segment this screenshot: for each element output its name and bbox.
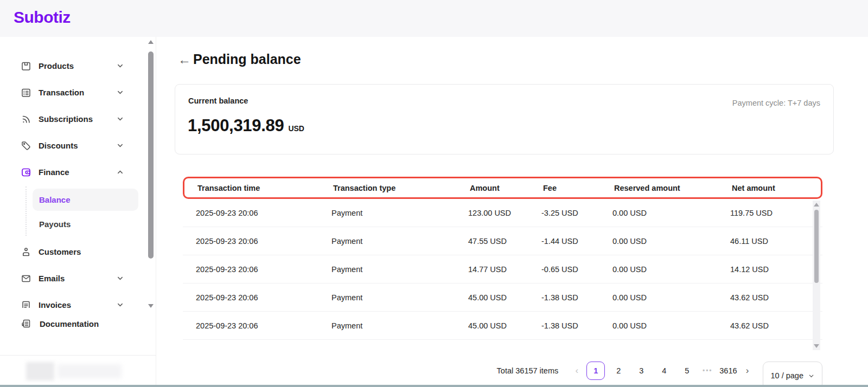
sidebar-item-emails[interactable]: Emails (0, 265, 148, 292)
table-cell: 2025-09-23 20:06 (183, 265, 318, 274)
pagination-pages: 12345•••3616 (584, 362, 739, 380)
person-icon (21, 247, 31, 257)
table-row: 2025-09-23 20:06Payment123.00 USD-3.25 U… (183, 199, 822, 227)
pagination-page-4[interactable]: 4 (655, 362, 673, 380)
chevron-down-icon (117, 62, 124, 69)
table-cell: 43.62 USD (717, 293, 822, 302)
table-cell: 2025-09-23 20:06 (183, 209, 318, 217)
chevron-down-icon (117, 115, 124, 122)
table-cell: Payment (318, 321, 455, 330)
table-cell: -1.38 USD (528, 321, 599, 330)
table-cell: 43.62 USD (717, 321, 822, 330)
table-cell: -3.25 USD (528, 209, 599, 217)
sidebar-item-subscriptions[interactable]: Subscriptions (0, 106, 148, 132)
table-row: 2025-09-23 20:06Payment47.55 USD-1.44 US… (183, 227, 822, 255)
sidebar-subitem-balance[interactable]: Balance (33, 189, 138, 211)
sidebar-scrollbar-thumb[interactable] (148, 51, 154, 259)
sidebar-subitem-label: Payouts (39, 220, 71, 229)
app-root: Subotiz Products Tran (0, 0, 868, 387)
sidebar-item-customers[interactable]: Customers (0, 238, 148, 265)
sidebar-subitem-label: Balance (39, 195, 71, 204)
table-cell: 2025-09-23 20:06 (183, 293, 318, 302)
table-cell: 46.11 USD (717, 237, 822, 246)
sidebar-subitem-payouts[interactable]: Payouts (0, 211, 148, 237)
user-name-redacted (58, 364, 122, 378)
scroll-down-icon[interactable] (814, 344, 819, 348)
table-scrollbar[interactable] (813, 201, 820, 350)
chevron-up-icon (117, 169, 124, 176)
sidebar-item-label: Customers (39, 247, 81, 256)
transactions-table: Transaction timeTransaction typeAmountFe… (183, 177, 822, 340)
sidebar-item-label: Finance (39, 167, 69, 177)
pagination-page-3616[interactable]: 3616 (719, 362, 737, 380)
pagination-page-5[interactable]: 5 (678, 362, 696, 380)
sidebar-item-finance[interactable]: Finance (0, 159, 148, 185)
pagination-ellipsis: ••• (698, 367, 717, 375)
table-cell: 2025-09-23 20:06 (183, 237, 318, 246)
balance-amount-row: 1,500,319.89 USD (188, 116, 304, 136)
scroll-down-icon[interactable] (148, 304, 154, 308)
sidebar-item-label: Invoices (39, 300, 71, 308)
table-cell: -1.44 USD (528, 237, 599, 246)
table-scrollbar-thumb[interactable] (814, 210, 819, 283)
table-cell: 123.00 USD (455, 209, 528, 217)
table-cell: 0.00 USD (599, 321, 717, 330)
wallet-icon (21, 167, 31, 178)
table-cell: 0.00 USD (599, 209, 717, 217)
balance-amount: 1,500,319.89 (188, 116, 284, 136)
sidebar-scrollbar[interactable] (148, 40, 155, 308)
table-cell: 47.55 USD (455, 237, 528, 246)
payment-cycle-text: Payment cycle: T+7 days (732, 99, 820, 107)
table-cell: 0.00 USD (599, 265, 717, 274)
chevron-down-icon (117, 301, 124, 308)
table-cell: 2025-09-23 20:06 (183, 321, 318, 330)
table-cell: Payment (318, 237, 455, 246)
table-cell: -1.38 USD (528, 293, 599, 302)
table-cell: 0.00 USD (599, 293, 717, 302)
pagination-page-3[interactable]: 3 (632, 362, 650, 380)
rss-icon (21, 114, 31, 125)
sidebar-item-label: Transaction (39, 88, 84, 97)
sidebar-item-products[interactable]: Products (0, 53, 148, 79)
brand-logo: Subotiz (14, 8, 71, 27)
table-column-header: Transaction time (184, 184, 320, 192)
table-column-header: Transaction type (320, 184, 457, 192)
sidebar: Products Transaction (0, 37, 156, 387)
sidebar-item-discounts[interactable]: Discounts (0, 132, 148, 159)
sidebar-item-label: Emails (39, 274, 65, 283)
chevron-down-icon (117, 275, 124, 282)
table-header-row-highlighted: Transaction timeTransaction typeAmountFe… (183, 177, 822, 199)
pagination-prev-icon[interactable]: ‹ (569, 365, 584, 376)
sidebar-item-transaction[interactable]: Transaction (0, 79, 148, 106)
chevron-down-icon (117, 142, 124, 149)
table-row: 2025-09-23 20:06Payment45.00 USD-1.38 US… (183, 312, 822, 340)
table-body: 2025-09-23 20:06Payment123.00 USD-3.25 U… (183, 199, 822, 340)
page-size-select[interactable]: 10 / page (763, 362, 822, 387)
back-arrow-icon[interactable]: ← (178, 53, 191, 66)
table-column-header: Amount (457, 184, 530, 192)
sidebar-item-documentation[interactable]: Documentation (0, 311, 148, 337)
pagination-page-1[interactable]: 1 (586, 362, 605, 380)
table-cell: 14.77 USD (455, 265, 528, 274)
table-cell: 45.00 USD (455, 293, 528, 302)
table-column-header: Fee (530, 184, 601, 192)
table-cell: Payment (318, 293, 455, 302)
table-column-header: Reserved amount (601, 184, 719, 192)
sidebar-scroll-area: Products Transaction (0, 37, 148, 308)
scroll-up-icon[interactable] (814, 203, 819, 207)
table-cell: Payment (318, 265, 455, 274)
pagination-total: Total 36157 items (497, 366, 559, 375)
scroll-up-icon[interactable] (148, 40, 154, 44)
balance-currency: USD (288, 124, 304, 133)
user-account-area[interactable] (16, 359, 112, 382)
table-row: 2025-09-23 20:06Payment45.00 USD-1.38 US… (183, 283, 822, 312)
current-balance-card: Current balance 1,500,319.89 USD Payment… (175, 84, 834, 154)
pagination-page-2[interactable]: 2 (609, 362, 628, 380)
pagination-next-icon[interactable]: › (740, 365, 755, 376)
pagination: Total 36157 items ‹ 12345•••3616 › 10 / … (497, 360, 822, 382)
product-box-icon (21, 61, 31, 72)
chevron-down-icon (808, 373, 814, 379)
table-cell: 45.00 USD (455, 321, 528, 330)
sidebar-item-invoices[interactable]: Invoices (0, 292, 148, 308)
table-cell: Payment (318, 209, 455, 217)
